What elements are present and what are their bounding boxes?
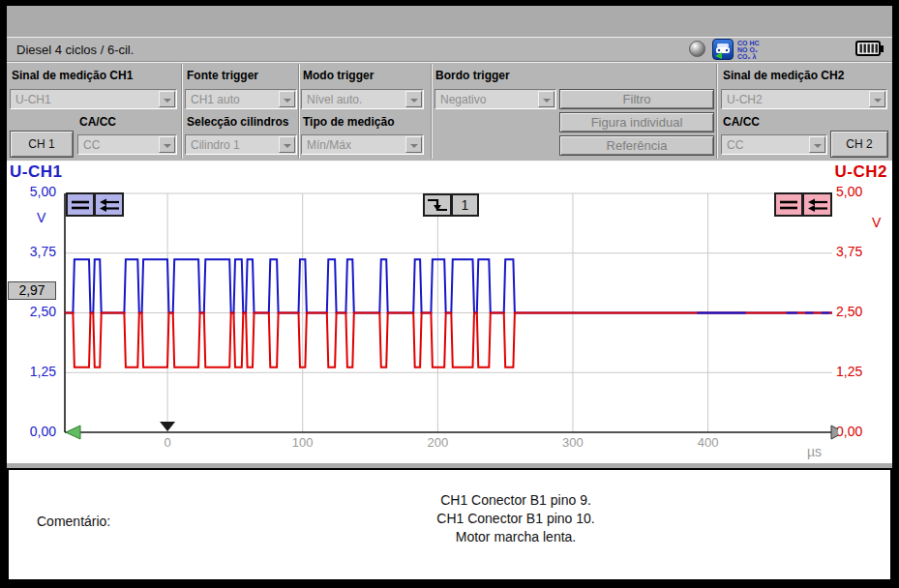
ch1-coupling-label: CA/CC (79, 115, 116, 129)
trigger-edge-button[interactable] (423, 193, 452, 217)
comment-line: CH1 Conector B1 pino 10. (135, 510, 896, 528)
ch2-signal-value: U-CH2 (727, 93, 763, 106)
trigger-source-value: CH1 auto (191, 93, 240, 106)
left-arrows-icon (807, 197, 828, 213)
y-axis-tick-label: 0,00 (12, 424, 56, 439)
comment-line: CH1 Conector B1 pino 9. (135, 491, 896, 510)
x-axis-tick-label: 400 (679, 435, 737, 450)
ch1-scroll-button[interactable] (95, 192, 124, 217)
comment-text: CH1 Conector B1 pino 9. CH1 Conector B1 … (135, 491, 896, 546)
trigger-mode-value: Nível auto. (307, 93, 362, 106)
trigger-level-badge[interactable]: 2,97 (8, 281, 56, 300)
cylinder-select-value: Cilindro 1 (191, 138, 240, 152)
ch1-signal-select[interactable]: U-CH1 (10, 89, 177, 109)
ch1-coupling-value: CC (83, 138, 100, 152)
y-axis-tick-label: 5,00 (836, 184, 886, 199)
ch2-axis-title: U-CH2 (835, 162, 887, 182)
y-axis-tick-label: 5,00 (12, 184, 56, 199)
ch2-scroll-button[interactable] (803, 192, 832, 217)
y-axis-unit: V (872, 215, 881, 230)
trigger-edge-label: Bordo trigger (435, 69, 510, 82)
chevron-down-icon[interactable] (159, 136, 175, 153)
ch1-coupling-select[interactable]: CC (77, 134, 177, 155)
panel-divider (716, 64, 718, 159)
measure-type-select[interactable]: Mín/Máx (301, 134, 424, 155)
trigger-indicator-buttons: 1 (423, 193, 479, 217)
ch2-display-buttons (774, 192, 832, 217)
chevron-down-icon[interactable] (809, 136, 825, 153)
referencia-button[interactable]: Referência (559, 135, 714, 156)
trigger-edge-select[interactable]: Negativo (435, 89, 556, 109)
ch2-signal-select[interactable]: U-CH2 (721, 89, 887, 109)
ch2-button[interactable]: CH 2 (830, 131, 888, 158)
equals-lines-icon (70, 197, 91, 213)
ch1-axis-title: U-CH1 (10, 162, 62, 182)
y-axis-tick-label: 2,50 (836, 304, 886, 319)
chevron-down-icon[interactable] (159, 91, 175, 107)
x-axis-tick-label: 300 (544, 435, 602, 450)
chevron-down-icon[interactable] (279, 136, 295, 153)
cylinder-select-label: Selecção cilindros (187, 115, 288, 129)
y-axis-tick-label: 1,25 (836, 364, 886, 379)
y-axis-tick-label: 1,25 (12, 364, 56, 379)
window-title: Diesel 4 ciclos / 6-cil. (16, 43, 134, 57)
comment-label: Comentário: (37, 514, 110, 529)
y-axis-tick-label: 0,00 (836, 424, 886, 439)
ch2-coupling-label: CA/CC (723, 115, 760, 129)
cylinder-select[interactable]: Cilindro 1 (185, 134, 297, 155)
y-axis-tick-label: 2,50 (12, 304, 56, 319)
panel-divider (181, 64, 183, 159)
ch1-signal-value: U-CH1 (15, 93, 51, 106)
panel-divider (298, 64, 300, 159)
filtro-button[interactable]: Filtro (559, 89, 714, 109)
chevron-down-icon[interactable] (538, 91, 554, 107)
ch2-coupling-select[interactable]: CC (721, 134, 827, 155)
trigger-source-select[interactable]: CH1 auto (185, 89, 297, 109)
chevron-down-icon[interactable] (405, 136, 422, 153)
measure-type-label: Tipo de medição (303, 115, 394, 129)
x-axis-tick-label: 100 (274, 435, 332, 450)
y-axis-tick-label: 3,75 (12, 244, 56, 259)
chevron-down-icon[interactable] (279, 91, 295, 107)
figura-individual-button[interactable]: Figura individual (559, 112, 714, 132)
ch1-display-buttons (66, 192, 124, 217)
emissions-line: NO O₂ (737, 46, 760, 53)
battery-icon (855, 41, 884, 61)
ch2-coupling-value: CC (727, 138, 743, 152)
y-axis-unit: V (37, 210, 45, 225)
x-axis-tick-label: 0 (138, 435, 196, 450)
trigger-channel-button[interactable]: 1 (452, 193, 479, 217)
trigger-edge-value: Negativo (440, 93, 486, 106)
ch2-lines-button[interactable] (774, 192, 803, 217)
chevron-down-icon[interactable] (405, 91, 422, 107)
equals-lines-icon (778, 197, 799, 213)
emissions-line: CO₂ λ (737, 53, 760, 60)
trigger-source-label: Fonte trigger (187, 69, 258, 82)
comment-line: Motor marcha lenta. (135, 528, 896, 546)
panel-divider (431, 64, 433, 159)
measure-type-value: Mín/Máx (307, 138, 351, 152)
x-axis-tick-label: 200 (408, 435, 466, 450)
status-led-icon (689, 41, 705, 57)
y-axis-tick-label: 3,75 (836, 244, 886, 259)
title-bar (7, 37, 892, 62)
ch2-signal-label: Sinal de medição CH2 (723, 69, 844, 82)
left-arrows-icon (99, 197, 120, 213)
chevron-down-icon[interactable] (869, 91, 885, 107)
ch1-lines-button[interactable] (66, 192, 95, 217)
ch1-button[interactable]: CH 1 (10, 131, 74, 158)
ch1-signal-label: Sinal de medição CH1 (12, 69, 133, 82)
x-axis-unit: µs (807, 444, 822, 459)
trigger-mode-label: Modo trigger (303, 69, 374, 82)
falling-edge-icon (426, 196, 449, 214)
emissions-text-icon: CO HC NO O₂ CO₂ λ (737, 40, 760, 60)
emissions-line: CO HC (737, 40, 760, 46)
vehicle-diagnosis-icon[interactable] (712, 39, 734, 60)
trigger-mode-select[interactable]: Nível auto. (301, 89, 424, 109)
